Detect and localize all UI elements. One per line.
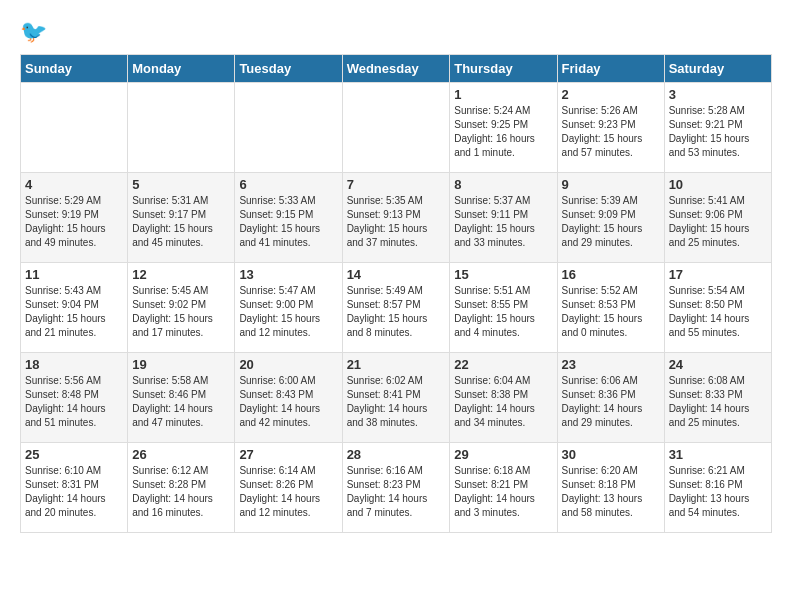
page-header: 🐦 bbox=[20, 20, 772, 44]
calendar-cell: 24Sunrise: 6:08 AM Sunset: 8:33 PM Dayli… bbox=[664, 353, 771, 443]
calendar-cell: 20Sunrise: 6:00 AM Sunset: 8:43 PM Dayli… bbox=[235, 353, 342, 443]
day-number: 2 bbox=[562, 87, 660, 102]
day-number: 3 bbox=[669, 87, 767, 102]
calendar-cell: 8Sunrise: 5:37 AM Sunset: 9:11 PM Daylig… bbox=[450, 173, 557, 263]
calendar-cell: 26Sunrise: 6:12 AM Sunset: 8:28 PM Dayli… bbox=[128, 443, 235, 533]
day-detail: Sunrise: 5:49 AM Sunset: 8:57 PM Dayligh… bbox=[347, 284, 446, 340]
calendar-cell: 14Sunrise: 5:49 AM Sunset: 8:57 PM Dayli… bbox=[342, 263, 450, 353]
calendar-cell: 18Sunrise: 5:56 AM Sunset: 8:48 PM Dayli… bbox=[21, 353, 128, 443]
calendar-cell: 29Sunrise: 6:18 AM Sunset: 8:21 PM Dayli… bbox=[450, 443, 557, 533]
day-number: 13 bbox=[239, 267, 337, 282]
day-detail: Sunrise: 6:02 AM Sunset: 8:41 PM Dayligh… bbox=[347, 374, 446, 430]
header-saturday: Saturday bbox=[664, 55, 771, 83]
calendar-cell: 6Sunrise: 5:33 AM Sunset: 9:15 PM Daylig… bbox=[235, 173, 342, 263]
day-detail: Sunrise: 6:14 AM Sunset: 8:26 PM Dayligh… bbox=[239, 464, 337, 520]
day-detail: Sunrise: 5:58 AM Sunset: 8:46 PM Dayligh… bbox=[132, 374, 230, 430]
day-detail: Sunrise: 5:28 AM Sunset: 9:21 PM Dayligh… bbox=[669, 104, 767, 160]
day-number: 24 bbox=[669, 357, 767, 372]
day-detail: Sunrise: 6:10 AM Sunset: 8:31 PM Dayligh… bbox=[25, 464, 123, 520]
calendar-week-row: 11Sunrise: 5:43 AM Sunset: 9:04 PM Dayli… bbox=[21, 263, 772, 353]
day-detail: Sunrise: 6:04 AM Sunset: 8:38 PM Dayligh… bbox=[454, 374, 552, 430]
day-detail: Sunrise: 5:33 AM Sunset: 9:15 PM Dayligh… bbox=[239, 194, 337, 250]
day-number: 20 bbox=[239, 357, 337, 372]
day-number: 18 bbox=[25, 357, 123, 372]
day-number: 17 bbox=[669, 267, 767, 282]
calendar-cell: 15Sunrise: 5:51 AM Sunset: 8:55 PM Dayli… bbox=[450, 263, 557, 353]
day-detail: Sunrise: 6:21 AM Sunset: 8:16 PM Dayligh… bbox=[669, 464, 767, 520]
calendar-cell: 19Sunrise: 5:58 AM Sunset: 8:46 PM Dayli… bbox=[128, 353, 235, 443]
calendar-week-row: 18Sunrise: 5:56 AM Sunset: 8:48 PM Dayli… bbox=[21, 353, 772, 443]
day-detail: Sunrise: 5:26 AM Sunset: 9:23 PM Dayligh… bbox=[562, 104, 660, 160]
day-number: 27 bbox=[239, 447, 337, 462]
header-wednesday: Wednesday bbox=[342, 55, 450, 83]
day-number: 9 bbox=[562, 177, 660, 192]
calendar-cell: 27Sunrise: 6:14 AM Sunset: 8:26 PM Dayli… bbox=[235, 443, 342, 533]
day-number: 14 bbox=[347, 267, 446, 282]
day-number: 23 bbox=[562, 357, 660, 372]
calendar-cell: 28Sunrise: 6:16 AM Sunset: 8:23 PM Dayli… bbox=[342, 443, 450, 533]
day-number: 15 bbox=[454, 267, 552, 282]
calendar-cell: 25Sunrise: 6:10 AM Sunset: 8:31 PM Dayli… bbox=[21, 443, 128, 533]
calendar-cell: 12Sunrise: 5:45 AM Sunset: 9:02 PM Dayli… bbox=[128, 263, 235, 353]
header-friday: Friday bbox=[557, 55, 664, 83]
day-detail: Sunrise: 5:37 AM Sunset: 9:11 PM Dayligh… bbox=[454, 194, 552, 250]
day-detail: Sunrise: 5:47 AM Sunset: 9:00 PM Dayligh… bbox=[239, 284, 337, 340]
day-number: 22 bbox=[454, 357, 552, 372]
calendar-cell bbox=[21, 83, 128, 173]
calendar-cell: 4Sunrise: 5:29 AM Sunset: 9:19 PM Daylig… bbox=[21, 173, 128, 263]
day-number: 25 bbox=[25, 447, 123, 462]
header-sunday: Sunday bbox=[21, 55, 128, 83]
calendar-week-row: 25Sunrise: 6:10 AM Sunset: 8:31 PM Dayli… bbox=[21, 443, 772, 533]
day-detail: Sunrise: 5:45 AM Sunset: 9:02 PM Dayligh… bbox=[132, 284, 230, 340]
day-detail: Sunrise: 5:31 AM Sunset: 9:17 PM Dayligh… bbox=[132, 194, 230, 250]
day-number: 21 bbox=[347, 357, 446, 372]
logo: 🐦 bbox=[20, 20, 47, 44]
calendar-cell: 2Sunrise: 5:26 AM Sunset: 9:23 PM Daylig… bbox=[557, 83, 664, 173]
day-number: 4 bbox=[25, 177, 123, 192]
calendar-cell: 10Sunrise: 5:41 AM Sunset: 9:06 PM Dayli… bbox=[664, 173, 771, 263]
calendar-cell bbox=[342, 83, 450, 173]
day-number: 5 bbox=[132, 177, 230, 192]
calendar-cell: 21Sunrise: 6:02 AM Sunset: 8:41 PM Dayli… bbox=[342, 353, 450, 443]
day-detail: Sunrise: 5:54 AM Sunset: 8:50 PM Dayligh… bbox=[669, 284, 767, 340]
day-number: 1 bbox=[454, 87, 552, 102]
header-monday: Monday bbox=[128, 55, 235, 83]
day-number: 26 bbox=[132, 447, 230, 462]
calendar-cell: 16Sunrise: 5:52 AM Sunset: 8:53 PM Dayli… bbox=[557, 263, 664, 353]
day-detail: Sunrise: 6:00 AM Sunset: 8:43 PM Dayligh… bbox=[239, 374, 337, 430]
day-detail: Sunrise: 6:18 AM Sunset: 8:21 PM Dayligh… bbox=[454, 464, 552, 520]
day-detail: Sunrise: 5:51 AM Sunset: 8:55 PM Dayligh… bbox=[454, 284, 552, 340]
header-tuesday: Tuesday bbox=[235, 55, 342, 83]
calendar-cell: 9Sunrise: 5:39 AM Sunset: 9:09 PM Daylig… bbox=[557, 173, 664, 263]
day-number: 30 bbox=[562, 447, 660, 462]
day-number: 19 bbox=[132, 357, 230, 372]
day-detail: Sunrise: 5:39 AM Sunset: 9:09 PM Dayligh… bbox=[562, 194, 660, 250]
day-number: 28 bbox=[347, 447, 446, 462]
day-detail: Sunrise: 5:56 AM Sunset: 8:48 PM Dayligh… bbox=[25, 374, 123, 430]
day-detail: Sunrise: 6:06 AM Sunset: 8:36 PM Dayligh… bbox=[562, 374, 660, 430]
calendar-cell: 31Sunrise: 6:21 AM Sunset: 8:16 PM Dayli… bbox=[664, 443, 771, 533]
day-number: 16 bbox=[562, 267, 660, 282]
calendar-header-row: SundayMondayTuesdayWednesdayThursdayFrid… bbox=[21, 55, 772, 83]
calendar-cell: 3Sunrise: 5:28 AM Sunset: 9:21 PM Daylig… bbox=[664, 83, 771, 173]
day-detail: Sunrise: 6:16 AM Sunset: 8:23 PM Dayligh… bbox=[347, 464, 446, 520]
day-number: 8 bbox=[454, 177, 552, 192]
calendar-cell: 23Sunrise: 6:06 AM Sunset: 8:36 PM Dayli… bbox=[557, 353, 664, 443]
calendar-cell: 30Sunrise: 6:20 AM Sunset: 8:18 PM Dayli… bbox=[557, 443, 664, 533]
calendar-cell bbox=[128, 83, 235, 173]
calendar-cell: 7Sunrise: 5:35 AM Sunset: 9:13 PM Daylig… bbox=[342, 173, 450, 263]
day-number: 7 bbox=[347, 177, 446, 192]
day-detail: Sunrise: 6:12 AM Sunset: 8:28 PM Dayligh… bbox=[132, 464, 230, 520]
day-detail: Sunrise: 6:08 AM Sunset: 8:33 PM Dayligh… bbox=[669, 374, 767, 430]
calendar-cell: 22Sunrise: 6:04 AM Sunset: 8:38 PM Dayli… bbox=[450, 353, 557, 443]
day-detail: Sunrise: 5:29 AM Sunset: 9:19 PM Dayligh… bbox=[25, 194, 123, 250]
calendar-table: SundayMondayTuesdayWednesdayThursdayFrid… bbox=[20, 54, 772, 533]
day-number: 6 bbox=[239, 177, 337, 192]
day-detail: Sunrise: 5:52 AM Sunset: 8:53 PM Dayligh… bbox=[562, 284, 660, 340]
calendar-cell bbox=[235, 83, 342, 173]
calendar-cell: 13Sunrise: 5:47 AM Sunset: 9:00 PM Dayli… bbox=[235, 263, 342, 353]
day-detail: Sunrise: 5:41 AM Sunset: 9:06 PM Dayligh… bbox=[669, 194, 767, 250]
day-number: 10 bbox=[669, 177, 767, 192]
day-number: 29 bbox=[454, 447, 552, 462]
header-thursday: Thursday bbox=[450, 55, 557, 83]
